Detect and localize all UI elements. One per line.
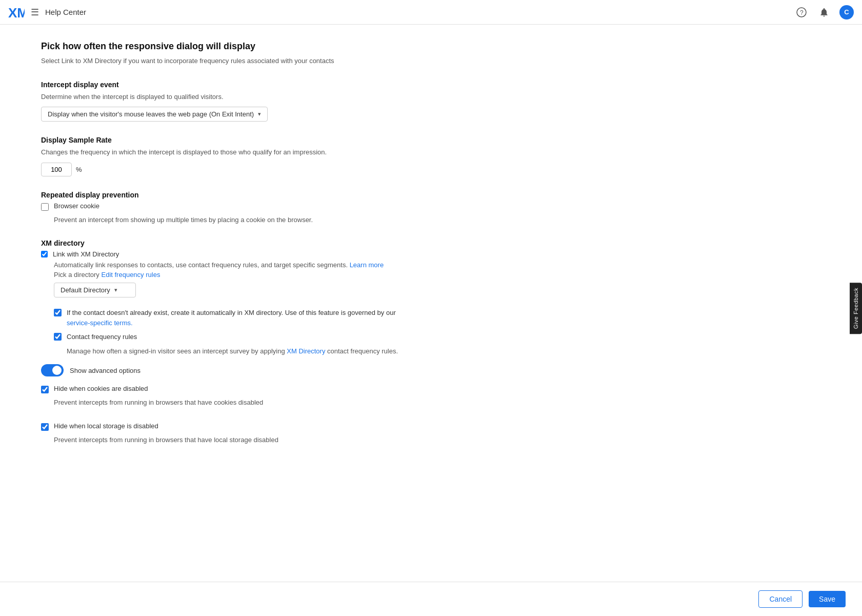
xm-directory-link[interactable]: XM Directory	[287, 347, 325, 355]
hide-cookies-row: Hide when cookies are disabled	[41, 385, 420, 393]
sample-rate-row: %	[41, 163, 420, 176]
xm-directory-label: XM directory	[41, 239, 420, 247]
repeated-display-label: Repeated display prevention	[41, 191, 420, 199]
bell-icon[interactable]	[817, 5, 831, 19]
xm-dir-description: Automatically link responses to contacts…	[54, 261, 420, 269]
intercept-display-desc: Determine when the intercept is displaye…	[41, 92, 420, 102]
avatar[interactable]: C	[839, 5, 854, 19]
page-title: Pick how often the responsive dialog wil…	[41, 41, 420, 52]
contact-freq-label-text: Contact frequency rules	[67, 333, 137, 341]
advanced-options-toggle[interactable]	[41, 364, 64, 376]
pick-directory-row: Pick a directory Edit frequency rules	[54, 271, 420, 279]
hide-local-storage-section: Hide when local storage is disabled Prev…	[41, 422, 420, 445]
learn-more-link[interactable]: Learn more	[350, 261, 384, 269]
link-xm-label[interactable]: Link with XM Directory	[53, 250, 119, 258]
percent-label: %	[76, 166, 82, 173]
xm-dir-body: Automatically link responses to contacts…	[54, 261, 420, 356]
link-xm-checkbox[interactable]	[41, 251, 48, 257]
browser-cookie-row: Browser cookie	[41, 202, 420, 211]
xm-logo[interactable]: XM	[8, 4, 25, 21]
directory-dropdown-value: Default Directory	[61, 286, 110, 294]
contact-frequency-sublabel: Manage how often a signed-in visitor see…	[67, 346, 420, 356]
toggle-slider	[41, 364, 64, 376]
auto-create-label[interactable]: If the contact doesn't already exist, cr…	[67, 308, 420, 328]
header-left: XM ☰ Help Center	[8, 4, 86, 21]
contact-frequency-checkbox[interactable]	[54, 333, 62, 341]
link-xm-header: Link with XM Directory	[41, 250, 420, 258]
contact-freq-prefix: Manage how often a signed-in visitor see…	[67, 347, 285, 355]
hamburger-icon[interactable]: ☰	[31, 7, 39, 18]
header: XM ☰ Help Center ? C	[0, 0, 862, 25]
intercept-display-dropdown[interactable]: Display when the visitor's mouse leaves …	[41, 107, 268, 122]
hide-cookies-label[interactable]: Hide when cookies are disabled	[54, 385, 148, 392]
page-subtitle: Select Link to XM Directory if you want …	[41, 56, 420, 66]
svg-text:?: ?	[800, 9, 804, 16]
auto-create-text: If the contact doesn't already exist, cr…	[67, 309, 396, 316]
hide-local-storage-label[interactable]: Hide when local storage is disabled	[54, 422, 158, 430]
intercept-display-label: Intercept display event	[41, 81, 420, 89]
contact-frequency-row: Contact frequency rules	[54, 332, 420, 342]
contact-freq-suffix: contact frequency rules.	[327, 347, 398, 355]
help-center-label: Help Center	[45, 8, 86, 16]
xm-directory-section: XM directory Link with XM Directory Auto…	[41, 239, 420, 356]
svg-text:XM: XM	[8, 5, 25, 21]
feedback-button[interactable]: Give Feedback	[850, 282, 862, 333]
browser-cookie-checkbox[interactable]	[41, 203, 49, 211]
hide-local-storage-sublabel: Prevent intercepts from running in brows…	[54, 435, 420, 445]
sample-rate-input[interactable]	[41, 163, 72, 176]
advanced-options-label: Show advanced options	[70, 367, 141, 374]
directory-dropdown[interactable]: Default Directory ▾	[54, 283, 136, 297]
main-content: Pick how often the responsive dialog wil…	[0, 25, 462, 521]
service-terms-link[interactable]: service-specific terms.	[67, 319, 133, 327]
display-sample-rate-label: Display Sample Rate	[41, 136, 420, 144]
hide-cookies-sublabel: Prevent intercepts from running in brows…	[54, 398, 420, 408]
intercept-display-section: Intercept display event Determine when t…	[41, 81, 420, 122]
chevron-down-icon-2: ▾	[114, 287, 117, 293]
feedback-container: Give Feedback	[850, 282, 862, 333]
browser-cookie-label[interactable]: Browser cookie	[54, 202, 99, 210]
xm-dir-desc-text: Automatically link responses to contacts…	[54, 261, 348, 269]
pick-dir-text: Pick a directory	[54, 271, 99, 279]
contact-frequency-label[interactable]: Contact frequency rules	[67, 332, 137, 342]
display-sample-rate-section: Display Sample Rate Changes the frequenc…	[41, 136, 420, 176]
edit-frequency-link[interactable]: Edit frequency rules	[102, 271, 161, 279]
browser-cookie-sublabel: Prevent an intercept from showing up mul…	[54, 215, 420, 225]
advanced-options-toggle-row: Show advanced options	[41, 364, 420, 376]
help-icon[interactable]: ?	[794, 5, 809, 19]
auto-create-row: If the contact doesn't already exist, cr…	[54, 308, 420, 328]
repeated-display-section: Repeated display prevention Browser cook…	[41, 191, 420, 225]
display-sample-rate-desc: Changes the frequency in which the inter…	[41, 147, 420, 157]
hide-local-storage-checkbox[interactable]	[41, 423, 49, 431]
chevron-down-icon: ▾	[258, 111, 261, 117]
intercept-display-value: Display when the visitor's mouse leaves …	[48, 110, 254, 118]
hide-local-storage-row: Hide when local storage is disabled	[41, 422, 420, 431]
hide-cookies-checkbox[interactable]	[41, 386, 49, 393]
hide-cookies-section: Hide when cookies are disabled Prevent i…	[41, 385, 420, 408]
auto-create-checkbox[interactable]	[54, 309, 62, 316]
header-right: ? C	[794, 5, 854, 19]
